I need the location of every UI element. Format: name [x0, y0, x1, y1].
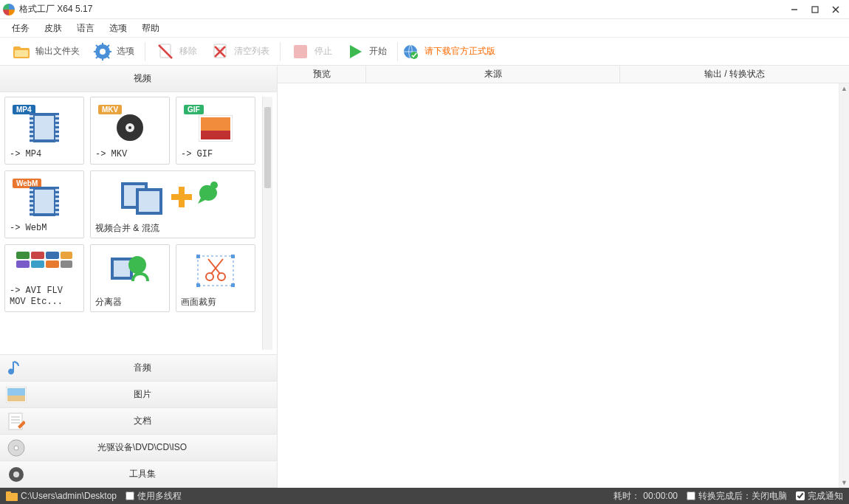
svg-rect-39	[31, 260, 44, 268]
close-button[interactable]	[825, 1, 846, 18]
maximize-button[interactable]	[805, 1, 825, 18]
download-link[interactable]: 请下载官方正式版	[424, 45, 495, 58]
stop-label: 停止	[314, 45, 332, 58]
clear-list-label: 清空列表	[234, 45, 269, 58]
notify-checkbox[interactable]	[796, 491, 805, 500]
svg-point-44	[128, 256, 146, 274]
category-disc[interactable]: 光驱设备\DVD\CD\ISO	[0, 435, 277, 461]
gear-dark-icon	[6, 464, 27, 485]
list-scrollbar[interactable]: ▲ ▼	[839, 83, 849, 488]
category-accordion: 音频 图片 文档 光驱设备\DVD\CD\ISO 工具集	[0, 354, 277, 488]
menu-help[interactable]: 帮助	[136, 21, 165, 36]
stop-button[interactable]: 停止	[285, 39, 338, 64]
vertical-scrollbar[interactable]	[262, 97, 272, 350]
titlebar: 格式工厂 X64 5.17	[0, 0, 849, 19]
svg-rect-40	[46, 260, 59, 268]
multithread-checkbox[interactable]	[126, 491, 134, 500]
col-source[interactable]: 来源	[366, 66, 620, 83]
tile-thumb	[10, 249, 79, 283]
notify-toggle[interactable]: 完成通知	[796, 490, 843, 503]
svg-point-62	[14, 446, 18, 450]
tile-thumb	[95, 249, 165, 294]
tile-thumb: MP4	[10, 102, 79, 146]
category-image[interactable]: 图片	[0, 382, 277, 408]
category-label: 图片	[34, 388, 271, 401]
svg-rect-38	[16, 260, 30, 268]
tile-video-join-mux[interactable]: 视频合并 & 混流	[90, 170, 255, 238]
remove-icon	[156, 42, 175, 61]
svg-rect-56	[7, 396, 25, 401]
tile-thumb: WebM	[10, 176, 79, 220]
category-label: 视频	[34, 72, 271, 85]
svg-rect-17	[294, 45, 307, 58]
category-header-video[interactable]: 视频	[0, 66, 277, 92]
category-document[interactable]: 文档	[0, 408, 277, 435]
remove-button[interactable]: 移除	[150, 39, 203, 64]
menu-options[interactable]: 选项	[103, 21, 133, 36]
play-icon	[346, 42, 365, 61]
tile-avi-flv-mov[interactable]: -> AVI FLV MOV Etc...	[4, 244, 84, 312]
list-header: 预览 来源 输出 / 转换状态	[278, 66, 849, 83]
output-path-text: C:\Users\admin\Desktop	[21, 491, 117, 501]
tile-thumb	[181, 249, 250, 294]
after-convert-checkbox[interactable]	[687, 491, 695, 500]
film-icon	[6, 69, 27, 89]
tile-webm[interactable]: WebM -> WebM	[4, 170, 84, 238]
svg-line-53	[208, 259, 220, 274]
stop-icon	[291, 42, 310, 61]
svg-rect-37	[61, 252, 72, 259]
category-tools[interactable]: 工具集	[0, 461, 277, 488]
category-label: 文档	[34, 415, 271, 427]
globe-icon	[402, 44, 419, 60]
after-convert-toggle[interactable]: 转换完成后：关闭电脑	[687, 490, 787, 503]
badge-gif: GIF	[184, 105, 204, 114]
svg-rect-46	[196, 255, 200, 258]
tile-label: -> GIF	[181, 149, 250, 159]
tile-grid: MP4 -> MP4 MKV -> MKV GIF	[4, 97, 262, 350]
menu-language[interactable]: 语言	[71, 21, 100, 36]
scroll-down-icon[interactable]: ▼	[839, 477, 849, 488]
category-audio[interactable]: 音频	[0, 355, 277, 382]
svg-rect-47	[231, 255, 235, 258]
tile-mp4[interactable]: MP4 -> MP4	[4, 97, 84, 165]
remove-label: 移除	[179, 45, 197, 58]
toolbar-sep	[397, 42, 398, 61]
start-button[interactable]: 开始	[340, 39, 393, 64]
options-button[interactable]: 选项	[87, 39, 140, 64]
svg-point-23	[128, 126, 131, 129]
tile-gif[interactable]: GIF -> GIF	[176, 97, 255, 165]
svg-rect-49	[231, 283, 235, 287]
col-preview[interactable]: 预览	[278, 66, 366, 83]
svg-rect-41	[61, 260, 72, 268]
svg-point-50	[206, 273, 213, 280]
multithread-toggle[interactable]: 使用多线程	[126, 490, 182, 503]
tile-crop[interactable]: 画面裁剪	[176, 244, 255, 312]
toolbar: 输出文件夹 选项 移除 清空列表 停止 开始 请下载官方正式版	[0, 37, 849, 65]
right-pane: 预览 来源 输出 / 转换状态 ▲ ▼	[278, 66, 849, 488]
tile-demuxer[interactable]: 分离器	[90, 244, 170, 312]
svg-rect-1	[812, 7, 818, 13]
minimize-button[interactable]	[784, 1, 805, 18]
svg-rect-26	[201, 131, 230, 139]
scroll-up-icon[interactable]: ▲	[839, 83, 849, 94]
elapsed-value: 00:00:00	[643, 491, 678, 501]
col-status[interactable]: 输出 / 转换状态	[620, 66, 849, 83]
svg-rect-45	[198, 256, 233, 286]
svg-point-51	[218, 273, 225, 280]
tile-label: -> AVI FLV MOV Etc...	[10, 286, 79, 307]
menu-task[interactable]: 任务	[6, 21, 35, 36]
svg-point-33	[210, 182, 218, 189]
output-folder-button[interactable]: 输出文件夹	[6, 39, 86, 64]
tile-label: -> MKV	[95, 149, 165, 159]
tile-label: 分离器	[95, 297, 165, 307]
menu-skin[interactable]: 皮肤	[38, 21, 68, 36]
svg-rect-48	[196, 283, 200, 287]
output-path[interactable]: C:\Users\admin\Desktop	[6, 491, 117, 501]
tile-label: -> MP4	[10, 149, 79, 159]
tile-mkv[interactable]: MKV -> MKV	[90, 97, 170, 165]
clear-list-button[interactable]: 清空列表	[204, 39, 275, 64]
notify-label: 完成通知	[808, 490, 843, 503]
task-list: ▲ ▼	[278, 83, 849, 488]
tile-label: 画面裁剪	[181, 297, 250, 307]
menubar: 任务 皮肤 语言 选项 帮助	[0, 19, 849, 37]
